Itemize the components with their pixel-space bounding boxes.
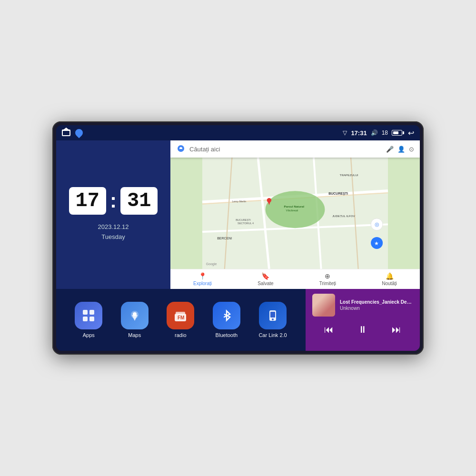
svg-text:FM: FM [178,315,184,320]
clock-colon: : [110,191,117,211]
map-bottom-bar: 📍 Explorați 🔖 Salvate ⊕ Trimiteți 🔔 [170,269,420,289]
volume-icon: 🔊 [371,129,378,136]
map-area[interactable]: Parcul Natural Văcărești BUCUREȘTI JUDEȚ… [170,158,420,269]
maps-logo-icon [176,144,186,154]
svg-text:Leroy Merlin: Leroy Merlin [232,200,246,203]
map-tab-explore[interactable]: 📍 Explorați [193,272,212,286]
svg-text:Văcărești: Văcărești [286,208,298,212]
clock-date: 2023.12.12 Tuesday [98,222,129,242]
apps-area: Apps Maps [56,289,306,351]
svg-marker-34 [132,315,138,321]
svg-rect-30 [83,317,88,321]
home-icon[interactable] [62,129,70,136]
music-title: Lost Frequencies_Janieck Devy-... [340,299,413,305]
battery-icon [392,130,404,136]
map-tab-news[interactable]: 🔔 Noutăți [382,272,397,286]
music-controls: ⏮ ⏸ ⏭ [312,320,413,339]
map-svg: Parcul Natural Văcărești BUCUREȘTI JUDEȚ… [170,158,420,269]
prev-button[interactable]: ⏮ [319,322,338,337]
maps-pin-icon [74,128,85,139]
radio-label: radio [175,332,186,338]
maps-icon [121,302,149,329]
bluetooth-icon [213,302,240,329]
clock-minute: 31 [120,187,158,215]
app-item-bluetooth[interactable]: Bluetooth [213,302,240,338]
explore-label: Explorați [193,281,212,286]
app-item-apps[interactable]: Apps [75,302,102,338]
carlink-icon [259,302,287,329]
mic-icon[interactable]: 🎤 [386,146,394,153]
svg-text:SECTORUL 4: SECTORUL 4 [238,222,254,225]
carlink-label: Car Link 2.0 [258,332,287,338]
svg-text:TRAPEZULUI: TRAPEZULUI [340,173,358,177]
signal-strength: 18 [382,129,388,136]
send-label: Trimiteți [319,281,336,286]
music-text: Lost Frequencies_Janieck Devy-... Unknow… [340,299,413,311]
send-icon: ⊕ [325,272,330,280]
music-info: Lost Frequencies_Janieck Devy-... Unknow… [312,294,413,317]
svg-text:BERCENI: BERCENI [217,237,232,240]
map-panel[interactable]: Căutați aici 🎤 👤 ⊙ [170,140,420,289]
apps-label: Apps [83,332,95,338]
apps-icon [75,302,102,329]
clock-panel: 17 : 31 2023.12.12 Tuesday [56,140,170,289]
radio-icon: FM [167,302,194,329]
top-section: 17 : 31 2023.12.12 Tuesday [56,140,420,289]
app-item-maps[interactable]: Maps [121,302,149,338]
nav-icon: ▽ [343,129,347,136]
svg-text:Parcul Natural: Parcul Natural [284,205,305,208]
back-button[interactable]: ↩ [408,129,414,138]
clock-display: 17 : 31 [69,187,158,215]
status-right: ▽ 17:31 🔊 18 ↩ [343,129,414,138]
map-search-bar[interactable]: Căutați aici 🎤 👤 ⊙ [170,140,420,158]
map-search-input[interactable]: Căutați aici [189,146,382,153]
app-item-carlink[interactable]: Car Link 2.0 [258,302,287,338]
svg-point-40 [272,318,274,320]
saved-icon: 🔖 [261,272,269,280]
svg-text:BUCUREȘTI: BUCUREȘTI [236,218,251,221]
svg-rect-39 [270,312,275,317]
svg-text:◎: ◎ [375,221,379,227]
svg-rect-37 [176,312,185,314]
status-time: 17:31 [351,129,367,137]
status-bar: ▽ 17:31 🔊 18 ↩ [56,125,420,140]
svg-rect-29 [89,310,94,315]
map-tab-send[interactable]: ⊕ Trimiteți [319,272,336,286]
maps-label: Maps [128,332,141,338]
clock-hour: 17 [69,187,106,215]
music-player: Lost Frequencies_Janieck Devy-... Unknow… [306,289,420,351]
bottom-section: Apps Maps [56,289,420,351]
play-pause-button[interactable]: ⏸ [353,322,372,337]
news-label: Noutăți [382,281,397,286]
next-button[interactable]: ⏭ [387,322,406,337]
svg-text:JUDEȚUL ILFOV: JUDEȚUL ILFOV [332,214,355,218]
account-icon[interactable]: 👤 [397,146,405,153]
svg-text:BUCUREȘTI: BUCUREȘTI [328,192,348,196]
explore-icon: 📍 [198,272,207,280]
music-thumbnail [312,294,335,317]
bluetooth-label: Bluetooth [216,332,238,338]
svg-rect-28 [83,310,88,315]
svg-text:Google: Google [206,262,217,266]
music-artist: Unknown [340,306,413,311]
svg-text:★: ★ [374,240,379,246]
news-icon: 🔔 [386,272,394,280]
status-left [62,129,83,137]
main-content: 17 : 31 2023.12.12 Tuesday [56,140,420,351]
device-screen: ▽ 17:31 🔊 18 ↩ 17 : 31 [56,125,420,351]
svg-rect-31 [89,317,94,321]
map-tab-saved[interactable]: 🔖 Salvate [258,272,273,286]
saved-label: Salvate [258,281,273,286]
device-frame: ▽ 17:31 🔊 18 ↩ 17 : 31 [52,121,424,355]
layers-icon[interactable]: ⊙ [409,146,414,153]
app-item-radio[interactable]: FM radio [167,302,194,338]
